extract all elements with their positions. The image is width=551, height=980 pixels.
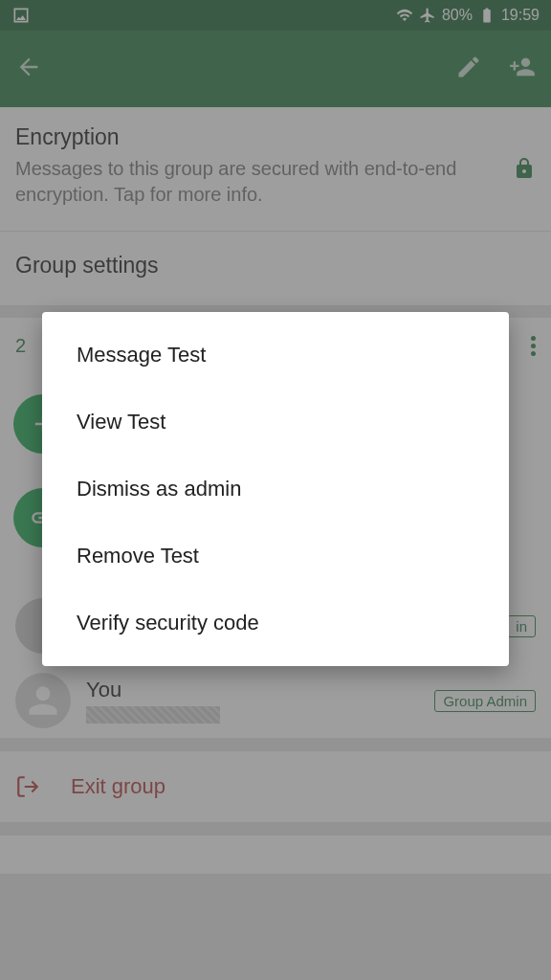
menu-item-remove[interactable]: Remove Test (42, 523, 509, 590)
menu-item-verify[interactable]: Verify security code (42, 590, 509, 657)
menu-item-message[interactable]: Message Test (42, 322, 509, 389)
menu-item-dismiss-admin[interactable]: Dismiss as admin (42, 456, 509, 523)
menu-item-view[interactable]: View Test (42, 389, 509, 456)
context-menu-dialog: Message Test View Test Dismiss as admin … (42, 312, 509, 666)
